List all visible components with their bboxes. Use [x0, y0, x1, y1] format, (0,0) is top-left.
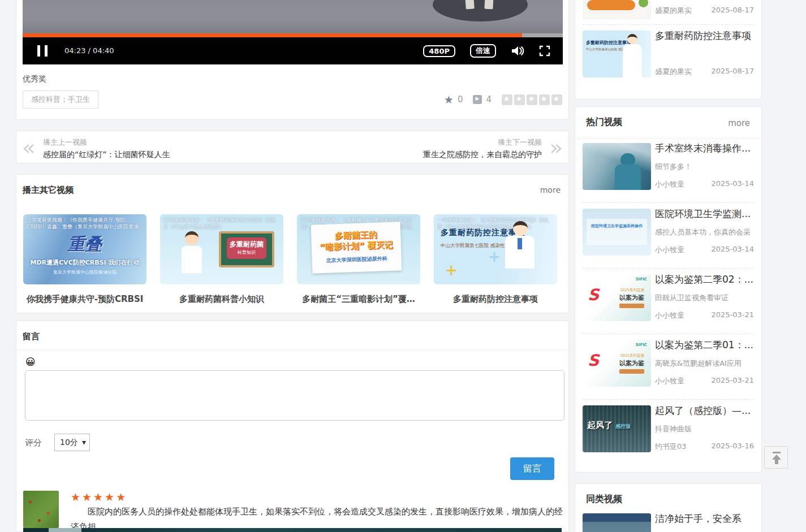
list-item[interactable]: S SIFIC 2025系列直播 以案为鉴 以案为鉴第二季02：... 田靓从卫…: [583, 274, 754, 321]
hot-videos-more-link[interactable]: more: [728, 118, 750, 128]
video-date: 2025-03-21: [711, 376, 754, 386]
video-subtitle: 田靓从卫监视角看审证: [655, 293, 754, 303]
video-date: 2025-03-14: [711, 245, 754, 255]
player-card: 04:23 / 04:40 480P 倍速 优秀奖 感控科普；手卫生 0 4: [16, 0, 569, 120]
video-date: 2025-08-17: [711, 67, 754, 77]
cross-graphic: +: [488, 248, 501, 265]
thumb-logo-text: SIFIC: [636, 343, 647, 347]
list-item[interactable]: 起风了 感控版 起风了（感控版）—... 抖音神曲版 约书亚03 2025-03…: [583, 405, 754, 452]
other-video-thumb[interactable]: 一等奖获奖视频：《多重耐药防控注意事项》孙久蕾（中山大学附属第七医院感染性疾病科…: [434, 214, 557, 284]
speed-button[interactable]: 倍速: [470, 44, 496, 58]
video-frame: [23, 0, 563, 33]
other-video-title[interactable]: 多重耐药菌科普小知识: [160, 294, 283, 305]
list-item[interactable]: 手术室终末消毒操作... 细节多多！ 小小牧童 2025-03-14: [583, 143, 754, 190]
thumb-overlay-text: 三等奖获奖视频：《多重耐药菌科普小知识》何志才（中山市小榄人民医院）: [163, 217, 280, 230]
rating-label: 评分: [25, 438, 42, 448]
comments-heading: 留言: [23, 331, 40, 342]
pause-button[interactable]: [37, 45, 48, 57]
next-video-label: 播主下一视频: [498, 137, 542, 148]
video-thumbnail: S SIFIC 2025系列直播 以案为鉴: [583, 274, 651, 321]
other-video-thumb[interactable]: 三等奖获奖视频：《你我携手健康共守-预防CRBSI》孟鑫、重叠（复旦大学附属中山…: [23, 214, 146, 284]
sink-image: [433, 0, 528, 21]
video-title: 洁净始于手，安全系: [655, 512, 754, 525]
rating-star-1[interactable]: [502, 94, 512, 105]
video-thumbnail: [583, 143, 651, 190]
other-videos-heading: 播主其它视频: [23, 185, 74, 196]
video-date: 2025-08-17: [711, 6, 754, 16]
video-date: 2025-03-21: [711, 310, 754, 321]
divider: [583, 268, 754, 269]
other-video-title[interactable]: 多耐菌王“三重暗影计划”覆…: [297, 294, 420, 305]
thumb-line2-text: 以案为鉴: [619, 359, 644, 367]
video-title: 以案为鉴第二季02：...: [655, 273, 754, 286]
list-item[interactable]: 多重耐药防控注意事项 中山大学附属第七医院 感染性疾病科 多重耐药防控注意事项 …: [583, 31, 754, 77]
blackboard-graphic: 多重耐药菌 科普知识: [219, 231, 274, 267]
back-to-top-button[interactable]: [764, 446, 788, 469]
prev-video-link[interactable]: 播主上一视频 感控届的“红绿灯”：让细菌怀疑人生: [16, 131, 288, 163]
volume-icon[interactable]: [511, 45, 524, 57]
list-item[interactable]: 医院环境卫生学监测采样操作 医院环境卫生学监测... 感控人员基本功，你真的会采…: [583, 209, 754, 256]
video-title: 多重耐药防控注意事项: [655, 29, 754, 42]
prev-next-card: 播主上一视频 感控届的“红绿灯”：让细菌怀疑人生 播主下一视频 重生之院感防控，…: [16, 131, 569, 163]
favorite-button[interactable]: 0: [444, 93, 463, 106]
fullscreen-icon[interactable]: [539, 45, 550, 57]
other-video-thumb[interactable]: 三等奖获奖视频：《多重耐药菌科普小知识》何志才（中山市小榄人民医院） 多重耐药菌…: [160, 214, 283, 284]
thumb-board-sub: 科普知识: [227, 249, 266, 256]
thumb-title-text: 医院环境卫生学监测采样操作: [583, 223, 651, 229]
divider: [583, 334, 754, 334]
comment-stars: ★★★★★: [71, 491, 127, 503]
whiteboard-graphic: 多耐菌王的 “暗影计划” 覆灭记 北京大学深圳医院泌尿外科: [311, 222, 402, 273]
thumb-sub-text: 感控版: [615, 423, 631, 429]
other-videos-more-link[interactable]: more: [540, 185, 561, 194]
video-author: 小小牧童: [655, 245, 684, 255]
time-display: 04:23 / 04:40: [64, 37, 114, 64]
rating-widget: [502, 94, 562, 105]
rating-star-3[interactable]: [527, 94, 537, 105]
comment-textarea[interactable]: [25, 370, 564, 421]
other-video-title[interactable]: 你我携手健康共守-预防CRBSI: [23, 294, 146, 305]
progress-bar[interactable]: [23, 33, 563, 37]
thumb-line2-text: 以案为鉴: [619, 293, 644, 302]
emoji-picker-icon[interactable]: 😀: [25, 356, 36, 367]
list-item[interactable]: 盛夏的果实 2025-08-17: [583, 0, 754, 20]
thumb-logo-text: SIFIC: [636, 277, 647, 282]
rating-select[interactable]: 10分: [54, 434, 90, 451]
rating-star-4[interactable]: [539, 94, 550, 105]
video-thumbnail: 医院环境卫生学监测采样操作: [583, 209, 651, 256]
submit-comment-button[interactable]: 留言: [510, 457, 554, 480]
next-video-title: 重生之院感防控，来自霸总的守护: [423, 150, 542, 160]
prev-video-title: 感控届的“红绿灯”：让细菌怀疑人生: [43, 150, 170, 160]
video-date: 2025-03-14: [711, 179, 754, 189]
video-stats: 0 4: [444, 93, 562, 106]
similar-videos-card: 同类视频 洁净始于手，安全系: [575, 483, 762, 532]
hot-videos-heading: 热门视频: [586, 116, 622, 128]
latest-videos-card: 盛夏的果实 2025-08-17 多重耐药防控注意事项 中山大学附属第七医院 感…: [575, 0, 762, 100]
other-video-thumb[interactable]: 三等奖获奖视频：《多耐菌王“三重暗影计划”覆灭记》赵正平、程西锋、谢天为等（北京…: [297, 214, 420, 284]
quality-button[interactable]: 480P: [423, 45, 455, 57]
doctor-cartoon: [513, 221, 528, 236]
list-item[interactable]: S SIFIC 2025系列直播 以案为鉴 以案为鉴第二季01：... 高晓东&…: [583, 340, 754, 387]
other-video-title[interactable]: 多重耐药防控注意事项: [434, 294, 557, 305]
play-count-value: 4: [486, 94, 492, 105]
list-item[interactable]: 洁净始于手，安全系: [583, 513, 754, 532]
thumb-big-text: 重叠: [23, 233, 146, 256]
next-video-link[interactable]: 播主下一视频 重生之院感防控，来自霸总的守护: [297, 131, 568, 163]
progress-fill: [23, 33, 522, 37]
player-controls: 04:23 / 04:40 480P 倍速: [23, 37, 563, 64]
chevrons-right-icon: [550, 133, 563, 162]
video-author: 盛夏的果实: [655, 67, 692, 77]
commenter-avatar: [23, 491, 59, 528]
video-subtitle: 细节多多！: [655, 162, 754, 172]
video-player[interactable]: 04:23 / 04:40 480P 倍速: [23, 0, 563, 64]
arrow-up-icon: [773, 452, 781, 453]
award-label: 优秀奖: [23, 74, 46, 84]
rating-star-2[interactable]: [514, 94, 525, 105]
comments-card: 留言 😀 评分 10分 留言 ★★★★★ 医院内的医务人员的操作处处都能体现手卫…: [16, 321, 569, 532]
thumb-line1-text: 2025系列直播: [620, 288, 644, 293]
video-author: 盛夏的果实: [655, 6, 692, 16]
video-date: 2025-03-16: [711, 442, 754, 452]
rating-star-5[interactable]: [551, 94, 562, 105]
thumb-title-text: 起风了: [587, 420, 613, 430]
video-title: 手术室终末消毒操作...: [655, 142, 754, 155]
video-title: 以案为鉴第二季01：...: [655, 339, 754, 352]
